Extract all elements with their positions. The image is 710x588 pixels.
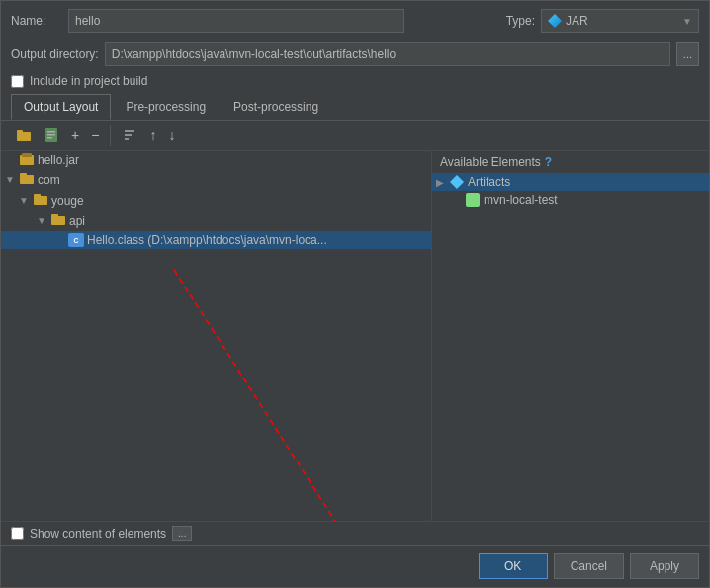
hello-class-label: Hello.class (D:\xampp\htdocs\java\mvn-lo… — [87, 233, 327, 247]
buttons-row: OK Cancel Apply — [1, 545, 709, 587]
class-icon: C — [68, 233, 84, 247]
apply-button[interactable]: Apply — [630, 553, 699, 579]
svg-rect-4 — [47, 134, 55, 136]
svg-rect-16 — [51, 214, 58, 218]
remove-button[interactable]: − — [86, 125, 104, 146]
bottom-bar: Show content of elements ... — [1, 521, 709, 545]
output-input[interactable] — [105, 42, 670, 66]
output-browse-button[interactable]: ... — [676, 42, 699, 66]
include-row: Include in project build — [1, 72, 709, 94]
name-label: Name: — [11, 14, 60, 28]
plus-icon: + — [71, 127, 79, 143]
svg-line-17 — [174, 270, 377, 521]
include-checkbox[interactable] — [11, 75, 24, 88]
jar-icon — [548, 14, 562, 28]
arrow-api — [37, 215, 50, 226]
add-folder-button[interactable] — [11, 125, 37, 146]
show-content-label: Show content of elements — [30, 527, 166, 541]
tree-item-api[interactable]: api — [1, 210, 431, 231]
arrow-youge — [19, 195, 33, 206]
toolbar: + − ↑ ↓ — [1, 121, 709, 151]
right-panel: Available Elements ? Artifacts mvn-local… — [432, 151, 709, 521]
api-label: api — [69, 214, 85, 228]
tree-item-hello-jar[interactable]: hello.jar — [1, 151, 431, 169]
arrow-artifacts — [436, 177, 450, 188]
tree-item-com[interactable]: com — [1, 169, 431, 190]
type-dropdown[interactable]: JAR ▼ — [541, 9, 699, 33]
add-archive-button[interactable] — [39, 125, 64, 146]
help-icon[interactable]: ? — [545, 155, 552, 169]
api-folder-icon — [50, 212, 66, 229]
toolbar-divider — [110, 125, 111, 146]
down-icon: ↓ — [168, 127, 175, 143]
available-label: Available Elements — [440, 155, 541, 169]
artifacts-label: Artifacts — [468, 175, 510, 189]
youge-folder-icon — [33, 192, 48, 209]
show-content-checkbox[interactable] — [11, 527, 24, 540]
module-icon — [466, 193, 480, 207]
svg-rect-10 — [22, 153, 32, 157]
tab-preprocessing[interactable]: Pre-processing — [113, 94, 219, 120]
svg-rect-12 — [20, 173, 27, 177]
svg-rect-3 — [47, 131, 55, 133]
left-panel: hello.jar com youge — [1, 151, 432, 521]
main-content: hello.jar com youge — [1, 151, 709, 521]
tab-output-layout[interactable]: Output Layout — [11, 94, 111, 120]
chevron-down-icon: ▼ — [682, 16, 692, 27]
tab-postprocessing[interactable]: Post-processing — [221, 94, 331, 120]
move-up-button[interactable]: ↑ — [144, 125, 161, 146]
sort-button[interactable] — [117, 125, 142, 146]
com-label: com — [38, 173, 60, 187]
tabs-row: Output Layout Pre-processing Post-proces… — [1, 94, 709, 121]
svg-rect-1 — [17, 130, 23, 133]
mvn-label: mvn-local-test — [484, 193, 558, 207]
archive-icon — [44, 127, 59, 143]
tree-item-youge[interactable]: youge — [1, 190, 431, 210]
tree-item-hello-class[interactable]: C Hello.class (D:\xampp\htdocs\java\mvn-… — [1, 231, 431, 249]
type-value: JAR — [566, 14, 588, 28]
youge-label: youge — [51, 194, 84, 208]
minus-icon: − — [91, 127, 99, 143]
folder-icon — [16, 127, 32, 143]
artifact-dialog: Name: Type: JAR ▼ Output directory: ... … — [0, 0, 710, 588]
right-tree-mvn[interactable]: mvn-local-test — [432, 191, 709, 209]
type-label: Type: — [506, 14, 535, 28]
hello-jar-label: hello.jar — [38, 153, 79, 167]
svg-rect-5 — [47, 137, 52, 139]
show-content-options-button[interactable]: ... — [172, 526, 192, 541]
ok-button[interactable]: OK — [479, 553, 548, 579]
right-tree-artifacts[interactable]: Artifacts — [432, 173, 709, 191]
svg-rect-0 — [17, 132, 31, 141]
arrow-com — [5, 174, 19, 185]
include-label: Include in project build — [30, 74, 147, 88]
jar-tree-icon — [19, 153, 35, 167]
com-folder-icon — [19, 171, 35, 188]
cancel-button[interactable]: Cancel — [554, 553, 624, 579]
type-section: Type: JAR ▼ — [506, 9, 699, 33]
name-input[interactable] — [68, 9, 404, 33]
output-row: Output directory: ... — [1, 41, 709, 72]
svg-rect-14 — [34, 194, 41, 198]
available-header: Available Elements ? — [432, 151, 709, 173]
move-down-button[interactable]: ↓ — [163, 125, 180, 146]
sort-icon — [122, 127, 137, 143]
name-row: Name: Type: JAR ▼ — [1, 1, 709, 41]
up-icon: ↑ — [149, 127, 156, 143]
add-button[interactable]: + — [66, 125, 84, 146]
artifacts-icon — [450, 175, 464, 189]
output-label: Output directory: — [11, 47, 99, 61]
